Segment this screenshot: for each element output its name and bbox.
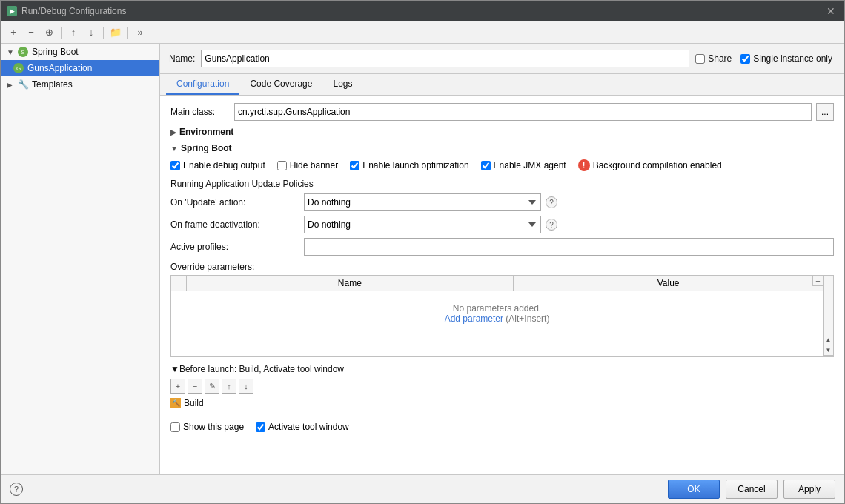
cancel-button[interactable]: Cancel <box>726 480 778 499</box>
spring-boot-icon: S <box>17 46 29 58</box>
folder-button[interactable]: 📁 <box>107 24 124 41</box>
enable-launch-text: Enable launch optimization <box>362 160 468 170</box>
name-input[interactable] <box>201 50 689 67</box>
footer-left: ? <box>10 483 23 496</box>
apply-button[interactable]: Apply <box>783 480 835 499</box>
before-launch-down-btn[interactable]: ↓ <box>239 379 254 394</box>
add-param-anchor[interactable]: Add parameter <box>445 314 503 324</box>
params-col-value: Value <box>514 276 823 291</box>
spring-boot-checkboxes: Enable debug output Hide banner Enable l… <box>170 159 834 171</box>
bg-compilation-text: Background compilation enabled <box>593 160 722 170</box>
update-action-select-wrap: Do nothing Update resources Update class… <box>304 193 557 211</box>
before-launch-toolbar: + − ✎ ↑ ↓ <box>170 379 834 394</box>
sidebar-item-spring-boot[interactable]: ▼ S Spring Boot <box>1 44 159 60</box>
params-empty: No parameters added. Add parameter (Alt+… <box>171 291 823 336</box>
activate-tool-label[interactable]: Activate tool window <box>256 422 349 432</box>
add-config-button[interactable]: + <box>5 24 21 41</box>
share-row: Share Single instance only <box>695 53 835 64</box>
environment-section-header[interactable]: ▶ Environment <box>170 127 834 137</box>
dialog-icon: ▶ <box>7 6 17 16</box>
name-label: Name: <box>169 53 195 64</box>
hide-banner-label[interactable]: Hide banner <box>277 160 338 170</box>
share-checkbox[interactable] <box>695 54 705 64</box>
running-update-title: Running Application Update Policies <box>170 179 834 189</box>
main-class-browse-button[interactable]: ... <box>816 103 834 121</box>
tab-configuration[interactable]: Configuration <box>166 74 239 95</box>
close-button[interactable]: ✕ <box>824 5 838 17</box>
show-page-checkbox[interactable] <box>170 422 180 432</box>
sidebar-spring-boot-label: Spring Boot <box>32 47 79 57</box>
hide-banner-text: Hide banner <box>290 160 338 170</box>
share-label: Share <box>708 53 732 64</box>
enable-debug-label[interactable]: Enable debug output <box>170 160 265 170</box>
params-add-button[interactable]: + <box>812 276 823 286</box>
tab-code-coverage[interactable]: Code Coverage <box>239 74 322 95</box>
tab-logs[interactable]: Logs <box>322 74 362 95</box>
enable-jmx-checkbox[interactable] <box>481 161 491 170</box>
build-item: 🔨 Build <box>170 397 834 410</box>
show-page-text: Show this page <box>183 422 244 432</box>
hide-banner-checkbox[interactable] <box>277 161 287 170</box>
show-page-label[interactable]: Show this page <box>170 422 244 432</box>
copy-config-button[interactable]: ⊕ <box>41 24 57 41</box>
enable-debug-checkbox[interactable] <box>170 161 180 170</box>
frame-deactivation-dropdown[interactable]: Do nothing Update resources Update class… <box>304 216 541 233</box>
frame-deactivation-help-icon[interactable]: ? <box>546 219 557 231</box>
frame-deactivation-label: On frame deactivation: <box>170 219 304 230</box>
templates-arrow: ▶ <box>7 81 16 89</box>
params-scroll-down[interactable]: ▼ <box>824 345 834 356</box>
enable-debug-text: Enable debug output <box>183 160 265 170</box>
sidebar-templates-label: Templates <box>32 79 73 90</box>
params-table: Name Value No parameters added. Add para… <box>171 276 823 356</box>
spring-boot-section-header[interactable]: ▼ Spring Boot <box>170 143 834 153</box>
params-scroll-up[interactable]: ▲ <box>824 335 834 345</box>
active-profiles-input[interactable] <box>304 238 834 256</box>
enable-jmx-label[interactable]: Enable JMX agent <box>481 160 566 170</box>
move-up-button[interactable]: ↑ <box>65 24 82 41</box>
params-table-wrap: Name Value No parameters added. Add para… <box>170 275 834 357</box>
toolbar-separator-2 <box>103 27 104 39</box>
single-instance-checkbox-label[interactable]: Single instance only <box>740 53 832 64</box>
share-checkbox-label[interactable]: Share <box>695 53 732 64</box>
before-launch-up-btn[interactable]: ↑ <box>222 379 236 394</box>
environment-label: Environment <box>179 127 233 137</box>
tabs-bar: Configuration Code Coverage Logs <box>160 74 844 96</box>
ok-button[interactable]: OK <box>668 480 720 499</box>
config-area: Main class: ... ▶ Environment ▼ Spring B… <box>160 96 844 474</box>
sidebar-guns-app-label: GunsApplication <box>27 63 92 73</box>
params-scrollbar: + ▲ ▼ <box>823 276 833 356</box>
single-instance-checkbox[interactable] <box>740 54 750 64</box>
move-down-button[interactable]: ↓ <box>83 24 99 41</box>
enable-launch-label[interactable]: Enable launch optimization <box>350 160 468 170</box>
add-param-link[interactable]: Add parameter (Alt+Insert) <box>445 314 550 324</box>
title-bar: ▶ Run/Debug Configurations ✕ <box>1 1 844 21</box>
before-launch-header[interactable]: ▼ Before launch: Build, Activate tool wi… <box>170 364 834 374</box>
bg-compilation-error-icon: ! <box>578 159 590 171</box>
remove-config-button[interactable]: − <box>23 24 39 41</box>
footer-right: OK Cancel Apply <box>668 480 835 499</box>
more-button[interactable]: » <box>132 24 148 41</box>
main-class-input[interactable] <box>234 103 812 121</box>
sidebar-item-guns-app[interactable]: G GunsApplication <box>1 60 159 76</box>
params-col-name: Name <box>186 276 514 291</box>
update-action-help-icon[interactable]: ? <box>546 196 557 208</box>
run-debug-dialog: ▶ Run/Debug Configurations ✕ + − ⊕ ↑ ↓ 📁… <box>0 0 845 504</box>
enable-jmx-text: Enable JMX agent <box>494 160 566 170</box>
frame-deactivation-row: On frame deactivation: Do nothing Update… <box>170 216 834 233</box>
activate-tool-checkbox[interactable] <box>256 422 265 432</box>
params-col-check <box>171 276 186 291</box>
update-action-dropdown[interactable]: Do nothing Update resources Update class… <box>304 193 541 211</box>
active-profiles-row: Active profiles: <box>170 238 834 256</box>
before-launch-add-btn[interactable]: + <box>170 379 185 394</box>
build-item-label: Build <box>184 398 204 408</box>
before-launch-remove-btn[interactable]: − <box>188 379 202 394</box>
before-launch-edit-btn[interactable]: ✎ <box>205 379 219 394</box>
override-params-label: Override parameters: <box>170 262 834 272</box>
dialog-footer: ? OK Cancel Apply <box>1 474 844 503</box>
sidebar-item-templates[interactable]: ▶ 🔧 Templates <box>1 76 159 93</box>
enable-launch-checkbox[interactable] <box>350 161 359 170</box>
help-button[interactable]: ? <box>10 483 23 496</box>
spring-boot-section-label: Spring Boot <box>181 143 232 153</box>
toolbar-separator <box>61 27 62 39</box>
title-bar-text: Run/Debug Configurations <box>21 6 824 16</box>
